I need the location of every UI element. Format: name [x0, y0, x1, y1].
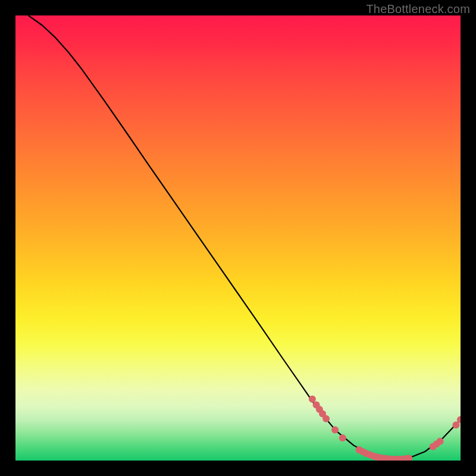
chart-stage: TheBottleneck.com: [0, 0, 476, 476]
curve-layer: [15, 15, 461, 461]
bottleneck-curve: [29, 15, 461, 459]
data-point: [309, 396, 316, 403]
data-point: [339, 434, 346, 441]
data-point: [331, 426, 339, 433]
data-point: [322, 415, 330, 422]
plot-area: [15, 15, 461, 461]
data-point: [437, 438, 444, 445]
watermark-text: TheBottleneck.com: [366, 2, 470, 16]
marker-group: [309, 396, 461, 461]
